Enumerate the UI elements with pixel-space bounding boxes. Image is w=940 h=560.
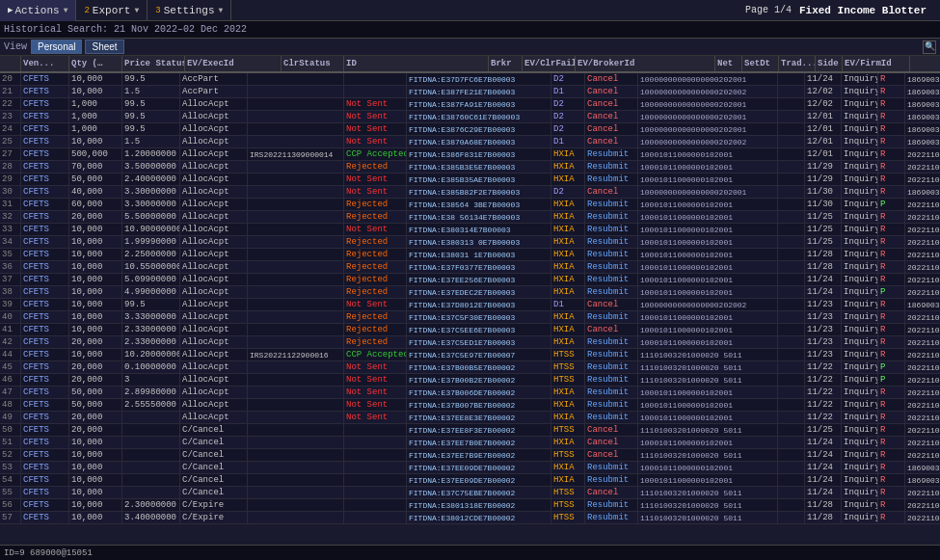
trade-type: Inquiry — [842, 98, 878, 110]
export-button[interactable]: 2 Export ▼ — [76, 0, 148, 21]
execid — [248, 161, 344, 173]
table-row[interactable]: 21 CFETS 10,000 1.5 AccPart FITDNA:E387F… — [0, 86, 940, 98]
broker-id: 10001011000000102001 — [638, 249, 778, 260]
quantity: 10,000 — [69, 449, 122, 461]
clrstatus: Rejected — [344, 336, 407, 348]
net — [778, 374, 805, 386]
table-row[interactable]: 55 CFETS 10,000 C/Cancel FITDNA:E37C75EB… — [0, 487, 940, 499]
col-header-clrstatus[interactable]: ClrStatus — [282, 56, 344, 71]
table-row[interactable]: 47 CFETS 50,000 2.89980000 AllocAcpt Not… — [0, 387, 940, 399]
table-row[interactable]: 32 CFETS 20,000 5.50000000 AllocAcpt Rej… — [0, 211, 940, 224]
col-header-id[interactable]: ID — [344, 56, 489, 71]
vendor: CFETS — [21, 136, 69, 147]
col-header-ven[interactable]: Ven... — [21, 56, 69, 71]
actions-button[interactable]: ▶ Actions ▼ — [0, 0, 76, 21]
quantity: 10,000 — [69, 499, 122, 511]
broker: HTSS — [551, 374, 585, 386]
table-row[interactable]: 42 CFETS 20,000 2.33000000 AllocAcpt Rej… — [0, 336, 940, 349]
table-row[interactable]: 40 CFETS 10,000 3.33000000 AllocAcpt Rej… — [0, 311, 940, 324]
table-row[interactable]: 46 CFETS 20,000 3 AllocAcpt Not Sent FIT… — [0, 374, 940, 387]
table-row[interactable]: 48 CFETS 50,000 2.55550000 AllocAcpt Not… — [0, 399, 940, 412]
quantity: 10,000 — [69, 86, 122, 97]
side: R — [878, 274, 905, 285]
table-row[interactable]: 35 CFETS 10,000 2.25000000 AllocAcpt Rej… — [0, 249, 940, 261]
row-number: 23 — [0, 111, 21, 122]
personal-button[interactable]: Personal — [31, 40, 82, 54]
table-row[interactable]: 33 CFETS 10,000 10.90000000 AllocAcpt No… — [0, 224, 940, 236]
col-header-settdt[interactable]: SetDt — [742, 56, 779, 71]
table-row[interactable]: 28 CFETS 70,000 3.50000000 AllocAcpt Rej… — [0, 161, 940, 173]
settle-date: 12/01 — [805, 148, 842, 160]
sheet-button[interactable]: Sheet — [85, 40, 123, 54]
broker-id: 11101003201000020 5011 — [638, 361, 778, 373]
trade-type: Inquiry — [842, 261, 878, 273]
row-number: 30 — [0, 186, 21, 198]
table-row[interactable]: 25 CFETS 10,000 1.5 AllocAcpt Not Sent F… — [0, 136, 940, 148]
table-row[interactable]: 56 CFETS 10,000 2.30000000 C/Expire FITD… — [0, 499, 940, 512]
table-row[interactable]: 57 CFETS 10,000 3.40000000 C/Expire FITD… — [0, 512, 940, 524]
table-row[interactable]: 24 CFETS 1,000 99.5 AllocAcpt Not Sent F… — [0, 123, 940, 136]
table-row[interactable]: 39 CFETS 10,000 99.5 AllocAcpt Not Sent … — [0, 299, 940, 311]
firm-id: 20221104 00 — [905, 161, 940, 173]
table-row[interactable]: 51 CFETS 10,000 C/Cancel FITDNA:E37EE7B0… — [0, 437, 940, 449]
col-header-firmid[interactable]: EV/FirmId — [843, 56, 910, 71]
table-row[interactable]: 45 CFETS 20,000 0.10000000 AllocAcpt Not… — [0, 361, 940, 374]
trade-id: FITDNA:E37D8012E7B00003 — [407, 299, 551, 310]
broker: HTSS — [551, 424, 585, 436]
status: C/Cancel — [180, 474, 248, 486]
settle-date: 11/25 — [805, 211, 842, 223]
table-row[interactable]: 52 CFETS 10,000 C/Cancel FITDNA:E37EE7B9… — [0, 449, 940, 462]
col-header-execid[interactable]: EV/ExecId — [185, 56, 282, 71]
row-number: 47 — [0, 387, 21, 398]
table-row[interactable]: 22 CFETS 1,000 99.5 AllocAcpt Not Sent F… — [0, 98, 940, 111]
settle-date: 12/02 — [805, 86, 842, 97]
table-row[interactable]: 49 CFETS 20,000 AllocAcpt Not Sent FITDN… — [0, 412, 940, 424]
table-row[interactable]: 54 CFETS 10,000 C/Cancel FITDNA:E37EE09D… — [0, 474, 940, 487]
broker: D1 — [551, 136, 585, 147]
quantity: 10,000 — [69, 274, 122, 285]
col-header-brkr[interactable]: Brkr — [489, 56, 523, 71]
col-header-trad[interactable]: Trad... — [779, 56, 816, 71]
net — [778, 173, 805, 185]
table-row[interactable]: 30 CFETS 40,000 3.30000000 AllocAcpt Not… — [0, 186, 940, 199]
clrstatus: Not Sent — [344, 412, 407, 423]
ev-failure: Cancel — [585, 487, 638, 498]
col-header-brkrid[interactable]: EV/BrokerId — [576, 56, 715, 71]
row-number: 50 — [0, 424, 21, 436]
execid — [248, 374, 344, 386]
col-header-net[interactable]: Net — [715, 56, 742, 71]
table-row[interactable]: 36 CFETS 10,000 10.55000000 AllocAcpt Re… — [0, 261, 940, 274]
col-header-evfail[interactable]: EV/ClrFailureIn... — [523, 56, 576, 71]
table-row[interactable]: 37 CFETS 10,000 5.09900000 AllocAcpt Rej… — [0, 274, 940, 286]
settle-date: 12/01 — [805, 136, 842, 147]
clrstatus: CCP Accepted — [344, 349, 407, 360]
col-header-qty[interactable]: Qty (… — [69, 56, 122, 71]
table-row[interactable]: 53 CFETS 10,000 C/Cancel FITDNA:E37EE09D… — [0, 462, 940, 474]
ev-failure: Resubmit — [585, 512, 638, 523]
table-row[interactable]: 41 CFETS 10,000 2.33000000 AllocAcpt Rej… — [0, 324, 940, 336]
table-row[interactable]: 20 CFETS 10,000 99.5 AccPart FITDNA:E37D… — [0, 73, 940, 86]
settle-date: 11/23 — [805, 324, 842, 335]
net — [778, 199, 805, 210]
clrstatus: Rejected — [344, 211, 407, 223]
col-header-side[interactable]: Side — [816, 56, 843, 71]
table-row[interactable]: 31 CFETS 60,000 3.30000000 AllocAcpt Rej… — [0, 199, 940, 211]
table-row[interactable]: 34 CFETS 10,000 1.99990000 AllocAcpt Rej… — [0, 236, 940, 249]
table-row[interactable]: 44 CFETS 10,000 10.20000000 AllocAcpt IR… — [0, 349, 940, 361]
table-row[interactable]: 29 CFETS 50,000 2.40000000 AllocAcpt Not… — [0, 173, 940, 186]
table-row[interactable]: 23 CFETS 1,000 99.5 AllocAcpt Not Sent F… — [0, 111, 940, 123]
table-row[interactable]: 38 CFETS 10,000 4.99000000 AllocAcpt Rej… — [0, 286, 940, 299]
broker: HTSS — [551, 487, 585, 498]
col-header-price[interactable]: Price Status — [122, 56, 185, 71]
settings-button[interactable]: 3 Settings ▼ — [148, 0, 231, 21]
table-row[interactable]: 50 CFETS 20,000 C/Cancel FITDNA:E37EE8F3… — [0, 424, 940, 437]
firm-id: 20221104 00 — [905, 224, 940, 235]
vendor: CFETS — [21, 462, 69, 473]
status: C/Cancel — [180, 449, 248, 461]
row-number: 22 — [0, 98, 21, 110]
search-icon[interactable]: 🔍 — [923, 40, 936, 54]
table-row[interactable]: 27 CFETS 500,000 1.20000000 AllocAcpt IR… — [0, 148, 940, 161]
broker: HXIA — [551, 336, 585, 348]
broker: HXIA — [551, 249, 585, 260]
net — [778, 349, 805, 360]
